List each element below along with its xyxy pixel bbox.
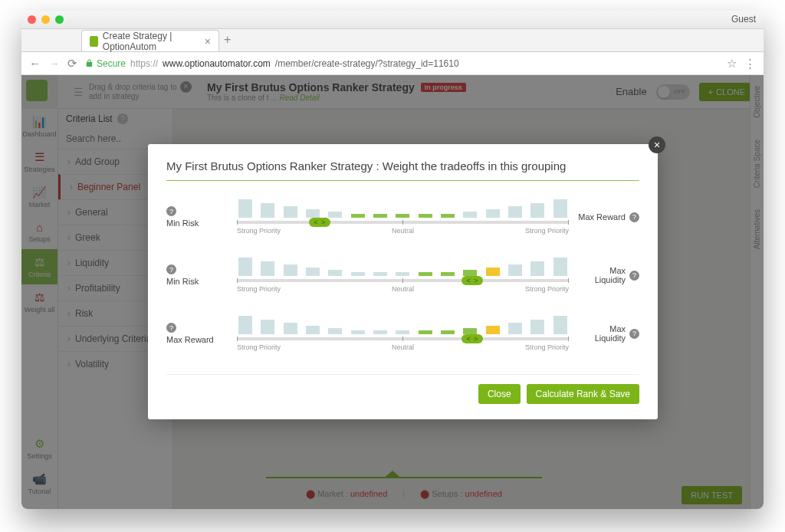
window-minimize-icon[interactable] (41, 15, 50, 24)
tradeoff-left-label: Max Reward (166, 335, 214, 344)
weight-bar (284, 323, 297, 334)
weight-bar (441, 330, 455, 334)
weight-bar (463, 328, 477, 334)
reload-icon[interactable]: ⟳ (67, 57, 77, 71)
weight-bar (463, 270, 477, 276)
weight-tradeoffs-modal: × My First Brutus Options Ranker Strateg… (148, 144, 658, 419)
close-button[interactable]: Close (478, 384, 521, 404)
weight-bar (396, 214, 409, 218)
secure-badge: Secure (85, 58, 126, 69)
tradeoff-right-label: Max Liquidity (576, 324, 626, 343)
weight-bar (306, 268, 320, 276)
lock-icon (85, 59, 94, 67)
tradeoff-row: ?Min Risk< >Strong PriorityNeutralStrong… (166, 258, 639, 293)
weight-slider-handle[interactable]: < > (309, 218, 330, 227)
weight-bar (351, 214, 365, 218)
weight-bar (441, 272, 455, 276)
weight-bar (328, 212, 342, 218)
weight-bar (486, 268, 500, 276)
tradeoff-row: ?Min Risk< >Strong PriorityNeutralStrong… (166, 199, 639, 235)
weight-bar (373, 214, 387, 218)
weight-bar (530, 320, 544, 334)
weight-bar (284, 206, 297, 218)
weight-bar (530, 261, 544, 276)
weight-bar (553, 258, 567, 276)
weight-bar (441, 214, 455, 218)
weight-bar (238, 258, 252, 276)
tradeoff-right-label: Max Reward (578, 212, 626, 222)
bookmark-icon[interactable]: ☆ (727, 57, 737, 71)
weight-bar (238, 316, 252, 334)
tradeoff-left-label: Min Risk (166, 277, 199, 286)
address-bar[interactable]: Secure https://www.optionautomator.com/m… (85, 58, 459, 69)
window-titlebar: Guest (21, 11, 764, 29)
weight-bar (508, 264, 522, 276)
weight-bar (530, 203, 544, 218)
weight-slider-handle[interactable]: < > (461, 276, 483, 285)
weight-bar (419, 272, 432, 276)
tradeoff-right-label: Max Liquidity (576, 266, 626, 284)
weight-bar (284, 264, 297, 276)
weight-bar (463, 212, 477, 218)
modal-title: My First Brutus Options Ranker Strategy … (166, 159, 639, 172)
help-icon[interactable]: ? (629, 212, 639, 222)
weight-bar (306, 326, 320, 334)
weight-bar (419, 330, 432, 334)
tab-close-icon[interactable]: × (205, 35, 211, 48)
help-icon[interactable]: ? (166, 264, 176, 274)
weight-bar (373, 272, 387, 276)
weight-bar (508, 206, 522, 218)
help-icon[interactable]: ? (629, 271, 639, 281)
weight-bar (328, 270, 342, 276)
weight-bar (351, 272, 365, 276)
favicon-icon (90, 36, 98, 47)
weight-bar (328, 328, 342, 334)
weight-track[interactable]: < > (237, 337, 569, 340)
calculate-save-button[interactable]: Calculate Rank & Save (527, 384, 639, 404)
profile-label[interactable]: Guest (731, 14, 756, 25)
weight-bar (419, 214, 432, 218)
browser-tab[interactable]: Create Strategy | OptionAutom × (81, 30, 219, 51)
weight-bar (306, 209, 320, 218)
help-icon[interactable]: ? (166, 206, 176, 216)
help-icon[interactable]: ? (629, 329, 639, 339)
modal-close-icon[interactable]: × (649, 136, 665, 153)
weight-bar (261, 203, 274, 218)
weight-bar (238, 199, 252, 218)
back-icon[interactable]: ← (29, 57, 41, 70)
weight-bar (351, 330, 365, 334)
browser-tabstrip: Create Strategy | OptionAutom × + (21, 29, 764, 52)
help-icon[interactable]: ? (166, 323, 176, 333)
weight-bar (261, 320, 274, 334)
weight-bar (396, 272, 409, 276)
weight-bar (261, 261, 274, 276)
tab-title: Create Strategy | OptionAutom (103, 31, 200, 52)
weight-slider-handle[interactable]: < > (461, 334, 483, 343)
weight-bar (373, 330, 387, 334)
weight-bar (486, 326, 500, 334)
tradeoff-left-label: Min Risk (166, 218, 199, 228)
weight-bar (553, 199, 567, 218)
weight-bar (396, 330, 409, 334)
window-close-icon[interactable] (28, 15, 36, 24)
browser-toolbar: ← → ⟳ Secure https://www.optionautomator… (21, 52, 764, 75)
weight-bar (508, 323, 522, 334)
forward-icon: → (48, 57, 60, 70)
weight-bar (486, 209, 500, 218)
window-zoom-icon[interactable] (55, 15, 64, 24)
new-tab-button[interactable]: + (224, 33, 231, 51)
weight-bar (553, 316, 567, 334)
menu-icon[interactable]: ⋮ (744, 57, 756, 71)
weight-track[interactable]: < > (237, 221, 569, 224)
weight-track[interactable]: < > (237, 279, 569, 282)
tradeoff-row: ?Max Reward< >Strong PriorityNeutralStro… (166, 316, 639, 351)
